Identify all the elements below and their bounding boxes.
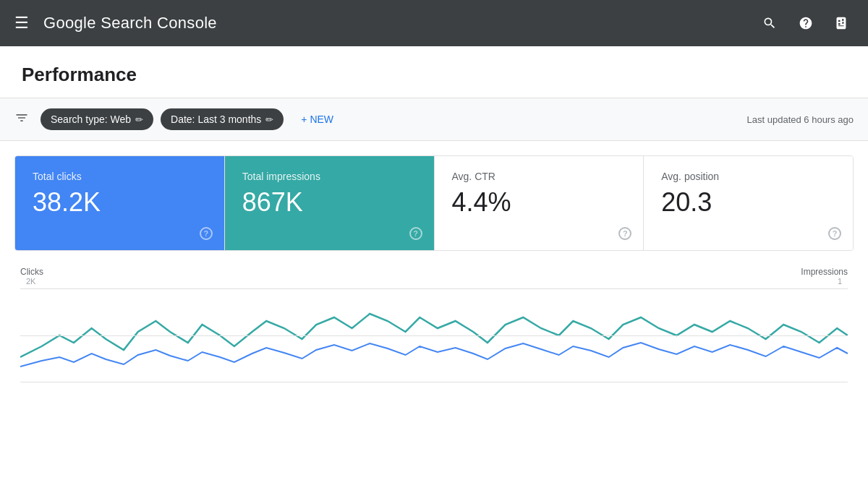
date-filter[interactable]: Date: Last 3 months ✏ <box>161 108 284 130</box>
search-icon[interactable] <box>758 12 781 35</box>
header: ☰ Google Search Console <box>0 0 868 46</box>
avg-ctr-value: 4.4% <box>452 188 626 217</box>
total-clicks-label: Total clicks <box>33 171 207 182</box>
avg-position-value: 20.3 <box>661 188 835 217</box>
chart-container <box>14 288 854 382</box>
total-impressions-info-icon[interactable]: ? <box>409 227 422 240</box>
total-clicks-value: 38.2K <box>33 188 207 217</box>
last-updated-label: Last updated 6 hours ago <box>747 114 854 125</box>
avg-ctr-card[interactable]: Avg. CTR 4.4% ? <box>435 156 644 250</box>
hamburger-icon[interactable]: ☰ <box>14 14 29 33</box>
main-content: Performance Search type: Web ✏ Date: Las… <box>0 46 868 488</box>
avg-position-card[interactable]: Avg. position 20.3 ? <box>644 156 853 250</box>
app-title: Google Search Console <box>43 14 217 33</box>
new-filter-button[interactable]: + NEW <box>294 108 341 130</box>
avg-position-label: Avg. position <box>661 171 835 182</box>
metrics-area: Total clicks 38.2K ? Total impressions 8… <box>0 141 868 251</box>
total-impressions-value: 867K <box>242 188 417 217</box>
apps-icon[interactable] <box>830 12 854 35</box>
edit-icon: ✏ <box>135 114 143 125</box>
avg-position-info-icon[interactable]: ? <box>828 227 841 240</box>
page-title-area: Performance <box>0 46 868 98</box>
header-right <box>758 12 854 35</box>
avg-ctr-info-icon[interactable]: ? <box>618 227 631 240</box>
grid-line-top <box>20 288 848 289</box>
edit-icon-date: ✏ <box>265 114 273 125</box>
chart-svg <box>20 288 848 375</box>
search-type-filter[interactable]: Search type: Web ✏ <box>41 108 153 130</box>
total-clicks-card[interactable]: Total clicks 38.2K ? <box>15 156 225 250</box>
page-title: Performance <box>22 64 846 86</box>
grid-line-middle <box>20 335 848 336</box>
header-left: ☰ Google Search Console <box>14 14 217 33</box>
avg-ctr-label: Avg. CTR <box>452 171 626 182</box>
filter-icon[interactable] <box>14 111 29 129</box>
help-icon[interactable] <box>794 12 817 35</box>
chart-area: Clicks 2K Impressions 1 <box>0 251 868 382</box>
total-impressions-card[interactable]: Total impressions 867K ? <box>225 156 435 250</box>
total-clicks-info-icon[interactable]: ? <box>200 227 213 240</box>
filter-bar: Search type: Web ✏ Date: Last 3 months ✏… <box>0 98 868 141</box>
total-impressions-label: Total impressions <box>242 171 417 182</box>
metrics-cards: Total clicks 38.2K ? Total impressions 8… <box>14 155 854 251</box>
chart-left-label: Clicks 2K <box>20 267 43 286</box>
grid-line-bottom <box>20 382 848 382</box>
chart-right-label: Impressions 1 <box>801 267 848 286</box>
